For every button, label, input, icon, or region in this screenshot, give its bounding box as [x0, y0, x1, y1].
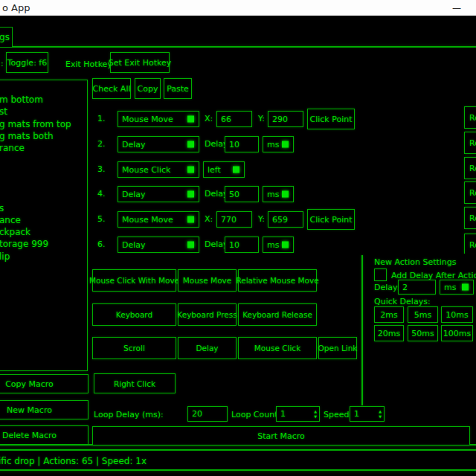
loop-delay-label: Loop Delay (ms): — [94, 410, 164, 419]
spinner-down-icon[interactable]: ▼ — [379, 415, 382, 419]
action-index: 4. — [97, 189, 106, 199]
macro-list-item[interactable]: g mats both — [0, 130, 87, 142]
remove-button[interactable]: Remove — [464, 234, 476, 254]
minimize-button[interactable]: — — [445, 0, 469, 16]
palette-right-click-button[interactable]: Right Click — [94, 373, 176, 393]
palette-keyboard-button[interactable]: Keyboard — [92, 303, 176, 326]
speed-spinner[interactable]: 1 ▲▼ — [350, 406, 385, 422]
action-type-dropdown[interactable]: Mouse Move — [118, 111, 199, 127]
spinner-up-icon[interactable]: ▲ — [379, 410, 382, 414]
quick-delay-button[interactable]: 10ms — [441, 306, 473, 323]
macro-list-item[interactable]: torage 999 — [0, 238, 87, 250]
x-label: X: — [205, 114, 213, 123]
copy-macro-button[interactable]: Copy Macro — [0, 374, 89, 393]
remove-button[interactable]: Remove — [464, 181, 476, 204]
action-index: 2. — [97, 139, 106, 149]
dropdown-indicator-icon — [187, 242, 194, 248]
set-exit-hotkey-button[interactable]: Set Exit Hotkey — [110, 52, 170, 73]
quick-delay-button[interactable]: 50ms — [408, 325, 438, 341]
add-delay-checkbox[interactable] — [374, 268, 387, 281]
remove-button[interactable]: Remove — [464, 207, 476, 229]
delay-input[interactable] — [225, 136, 259, 152]
dropdown-indicator-icon — [282, 242, 289, 248]
palette-keyboard-press-button[interactable]: Keyboard Press — [178, 303, 237, 326]
actions-scroll-area[interactable]: 1. Mouse Move X: Y: Click Point Remove 2… — [89, 104, 476, 254]
macro-list-item[interactable] — [0, 82, 87, 94]
remove-button[interactable]: Remove — [464, 157, 476, 179]
copy-button[interactable]: Copy — [135, 78, 161, 99]
action-type-dropdown[interactable]: Delay — [118, 186, 199, 202]
loop-count-spinner[interactable]: 1 ▲▼ — [276, 406, 320, 422]
action-type-dropdown[interactable]: Delay — [118, 136, 199, 152]
delete-macro-button[interactable]: Delete Macro — [0, 425, 89, 445]
toggle-hotkey-button[interactable]: Toggle: f6 — [6, 52, 48, 73]
quick-delay-button[interactable]: 20ms — [374, 325, 404, 341]
y-label: Y: — [258, 114, 265, 123]
macro-list-item[interactable]: st — [0, 106, 87, 118]
loop-delay-input[interactable] — [187, 406, 228, 422]
unit-dropdown[interactable]: ms — [263, 136, 294, 152]
action-type-value: Delay — [122, 190, 146, 199]
y-input[interactable] — [268, 211, 303, 228]
status-bar: ific drop | Actions: 65 | Speed: 1x — [0, 449, 476, 471]
macro-list-item[interactable]: g mats from top — [0, 118, 87, 130]
palette-mouse-click-button[interactable]: Mouse Click — [238, 337, 317, 359]
check-all-button[interactable]: Check All — [92, 78, 131, 99]
exit-hotkey-label: Exit Hotkey: — [65, 60, 115, 69]
unit-dropdown[interactable]: ms — [440, 280, 474, 295]
quick-delay-button[interactable]: 100ms — [441, 325, 473, 341]
macro-list-item[interactable]: rance — [0, 142, 87, 154]
action-type-dropdown[interactable]: Delay — [118, 237, 199, 253]
remove-button[interactable]: Remove — [464, 106, 476, 129]
unit-value: ms — [267, 140, 279, 149]
spinner-down-icon[interactable]: ▼ — [314, 415, 317, 419]
mouse-button-dropdown[interactable]: left — [203, 161, 245, 178]
macro-list-item[interactable] — [0, 154, 87, 166]
click-point-button[interactable]: Click Point — [307, 209, 355, 230]
macro-list-item[interactable] — [0, 178, 87, 190]
start-macro-button[interactable]: Start Macro — [92, 426, 470, 446]
click-point-button[interactable]: Click Point — [307, 109, 355, 129]
macro-list-item[interactable]: m bottom — [0, 94, 87, 106]
macro-list-item[interactable]: s — [0, 202, 87, 214]
x-input[interactable] — [216, 211, 252, 228]
quick-delay-button[interactable]: 2ms — [374, 306, 404, 323]
action-type-dropdown[interactable]: Mouse Move — [118, 211, 199, 228]
action-type-dropdown[interactable]: Mouse Click — [118, 161, 199, 178]
palette-delay-button[interactable]: Delay — [178, 337, 237, 359]
spinner-up-icon[interactable]: ▲ — [314, 410, 317, 414]
macro-list-item[interactable]: lip — [0, 251, 87, 263]
palette-keyboard-release-button[interactable]: Keyboard Release — [238, 303, 317, 326]
unit-dropdown[interactable]: ms — [263, 186, 294, 202]
action-index: 3. — [97, 164, 106, 174]
tab-settings[interactable]: ngs — [0, 27, 13, 47]
macro-list-item[interactable]: ance — [0, 214, 87, 226]
speed-label: Speed: — [324, 410, 352, 419]
delay-value-input[interactable] — [398, 280, 436, 295]
macro-list-item[interactable] — [0, 190, 87, 202]
dropdown-indicator-icon — [187, 167, 194, 173]
macro-list-item[interactable]: ckpack — [0, 226, 87, 238]
palette-mouse-move-button[interactable]: Mouse Move — [178, 269, 237, 292]
action-type-value: Mouse Move — [122, 215, 173, 225]
y-input[interactable] — [268, 111, 303, 127]
new-action-settings-title: New Action Settings — [374, 257, 457, 267]
quick-delay-button[interactable]: 5ms — [408, 306, 438, 323]
palette-open-link-button[interactable]: Open Link — [318, 337, 357, 359]
palette-relative-mouse-move-button[interactable]: Relative Mouse Move — [238, 269, 317, 292]
unit-dropdown[interactable]: ms — [263, 237, 294, 253]
macro-listbox[interactable]: m bottom st g mats from top g mats both … — [0, 80, 88, 371]
dropdown-indicator-icon — [282, 191, 289, 198]
quick-delays-label: Quick Delays: — [374, 297, 431, 306]
delay-input[interactable] — [225, 237, 259, 253]
delay-input[interactable] — [225, 186, 259, 202]
new-macro-button[interactable]: New Macro — [0, 400, 89, 419]
x-input[interactable] — [216, 111, 252, 127]
palette-scroll-button[interactable]: Scroll — [92, 337, 176, 359]
speed-value: 1 — [354, 409, 359, 419]
palette-mouse-click-with-move-button[interactable]: Mouse Click With Move — [92, 269, 176, 292]
paste-button[interactable]: Paste — [164, 78, 192, 99]
remove-button[interactable]: Remove — [464, 132, 476, 154]
macro-list-item[interactable] — [0, 166, 87, 178]
dropdown-indicator-icon — [282, 141, 289, 148]
